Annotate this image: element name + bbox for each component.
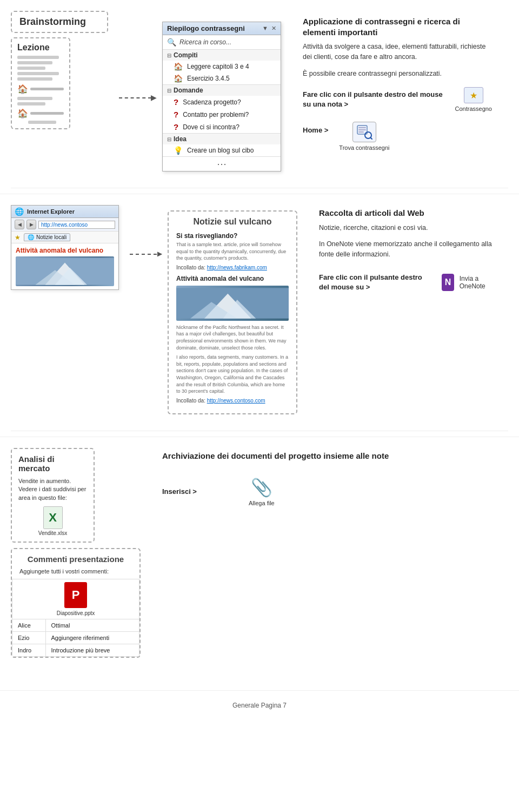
browser-headline: Attività anomala del vulcano [16, 247, 114, 254]
article-subtitle1: Si sta risvegliando? [176, 232, 289, 240]
table-cell-comment: Ottimal [45, 619, 139, 631]
tag-section-compiti: ⊟ Compiti 🏠 Leggere capitoli 3 e 4 🏠 Ese… [163, 50, 281, 85]
table-row-pptx: P Diapositive.pptx [12, 579, 139, 619]
browser-mock: 🌐 Internet Explorer ◀ ▶ http://news.cont… [11, 205, 119, 290]
question-icon: ? [174, 122, 178, 131]
bulb-icon: 💡 [174, 146, 183, 155]
section3-action-row: Inserisci > 📎 Allega file [162, 477, 492, 506]
market-title: Analisi di mercato [18, 454, 87, 473]
table-row: Indro Introduzione più breve [12, 644, 139, 656]
article-source-prefix: Incollato da: [176, 265, 207, 270]
article-text2: Nickname of the Pacific Northwest has a … [176, 324, 289, 351]
table-cell-comment: Aggiungere riferimenti [45, 631, 139, 644]
footer-text: Generale Pagina 7 [232, 702, 287, 709]
brainstorm-title: Brainstorming [11, 11, 108, 33]
tag-search-text: Ricerca in corso... [179, 38, 231, 46]
browser-toolbar[interactable]: ◀ ▶ http://news.contoso [11, 218, 118, 232]
attach-icon-box: 📎 Allega file [249, 477, 275, 506]
excel-icon: X [43, 506, 63, 529]
tag-item-label: Contatto per problemi? [183, 111, 249, 118]
question-icon: ? [174, 97, 178, 107]
section1-left-panels: Brainstorming Lezione 🏠 🏠 [11, 11, 108, 129]
table-row: Ezio Aggiungere riferimenti [12, 631, 139, 644]
tag-section-header-domande[interactable]: ⊟ Domande [163, 85, 281, 96]
market-panel: Analisi di mercato Vendite in aumento. V… [11, 448, 95, 543]
article-panel: Notizie sul vulcano Si sta risvegliando?… [168, 210, 297, 414]
tag-panel-close[interactable]: ✕ [271, 25, 276, 32]
article-source-link2[interactable]: http://news.contoso.com [207, 398, 265, 404]
tag-section-name-idea: Idea [174, 135, 187, 143]
section-toggle-icon[interactable]: ⊟ [167, 88, 171, 94]
section1-info-text1: Attività da svolgere a casa, idee, eleme… [303, 42, 492, 62]
tag-item: 💡 Creare un blog sul cibo [163, 144, 281, 156]
tag-panel-controls[interactable]: ▼ ✕ [262, 25, 276, 32]
tag-item: ? Dove ci si incontra? [163, 121, 281, 133]
article-source2: Incollato da: http://news.contoso.com [176, 398, 289, 404]
pptx-icon-container: P Diapositive.pptx [18, 582, 134, 616]
tag-section-header-idea[interactable]: ⊟ Idea [163, 134, 281, 144]
section2-info-title: Raccolta di articoli dal Web [319, 208, 492, 219]
tag-section-name-compiti: Compiti [174, 51, 198, 59]
svg-rect-1 [358, 127, 366, 128]
tag-item-label: Scadenza progetto? [183, 98, 241, 106]
comments-subtitle: Aggiungete tutti i vostri commenti: [12, 568, 139, 579]
browser-back-btn[interactable]: ◀ [15, 220, 24, 229]
tag-panel-title: Riepilogo contrassegni [167, 24, 245, 32]
onenote-label: Invia a OneNote [460, 275, 492, 290]
section1-action-row: Fare clic con il pulsante destro del mou… [303, 87, 492, 112]
pptx-cell: P Diapositive.pptx [12, 579, 139, 619]
tag-panel: Riepilogo contrassegni ▼ ✕ 🔍 Ricerca in … [162, 22, 281, 171]
tag-section-header-compiti[interactable]: ⊟ Compiti [163, 50, 281, 61]
table-cell-name: Ezio [12, 631, 46, 644]
tag-item-label: Creare un blog sul cibo [187, 147, 254, 154]
house-icon: 🏠 [17, 84, 28, 94]
tag-item-label: Dove ci si incontra? [183, 123, 239, 131]
article-subtitle2: Attività anomala del vulcano [176, 275, 289, 282]
section-toggle-icon[interactable]: ⊟ [167, 52, 171, 58]
browser-tab[interactable]: 🌐 Notizie locali [24, 233, 70, 241]
section3-info-title: Archiviazione dei documenti del progetto… [162, 451, 492, 461]
lesson-line [17, 102, 45, 105]
lesson-line [17, 67, 45, 70]
tag-section-name-domande: Domande [174, 87, 203, 94]
pptx-icon: P [64, 582, 87, 608]
section-toggle-icon[interactable]: ⊟ [167, 136, 171, 142]
browser-address-bar[interactable]: http://news.contoso [38, 221, 115, 229]
contrassegno-icon [464, 87, 483, 103]
article-source-link1[interactable]: http://news.fabrikam.com [207, 265, 267, 270]
lesson-icon-row: 🏠 [17, 84, 64, 94]
tag-section-domande: ⊟ Domande ? Scadenza progetto? ? Contatt… [163, 85, 281, 134]
trova-contrassegni-icon[interactable] [352, 122, 376, 142]
section3-panels: Analisi di mercato Vendite in aumento. V… [11, 448, 141, 658]
article-source-prefix2: Incollato da: [176, 398, 207, 404]
section1-info: Applicazione di contrassegni e ricerca d… [292, 11, 503, 156]
excel-filename: Vendite.xlsx [38, 530, 67, 536]
onenote-icon: N [442, 274, 454, 291]
section1-info-title: Applicazione di contrassegni e ricerca d… [303, 16, 492, 37]
question-icon: ? [174, 110, 178, 119]
lesson-line [17, 61, 52, 64]
tag-item: 🏠 Leggere capitoli 3 e 4 [163, 61, 281, 72]
tag-section-idea: ⊟ Idea 💡 Creare un blog sul cibo [163, 134, 281, 157]
home-label: Home > [303, 126, 328, 134]
section2: 🌐 Internet Explorer ◀ ▶ http://news.cont… [0, 194, 519, 431]
table-cell-comment: Introduzione più breve [45, 644, 139, 656]
section3-action-label: Inserisci > [162, 487, 238, 497]
section2-left: 🌐 Internet Explorer ◀ ▶ http://news.cont… [11, 205, 119, 290]
tag-panel-minimize[interactable]: ▼ [262, 25, 268, 32]
arrow-right-1 [119, 54, 151, 98]
house-icon: 🏠 [17, 108, 28, 118]
article-title: Notizie sul vulcano [176, 217, 289, 227]
table-row: Alice Ottimal [12, 619, 139, 631]
section2-info-text1: Notizie, ricerche, citazioni e così via. [319, 223, 492, 233]
article-source1: Incollato da: http://news.fabrikam.com [176, 265, 289, 270]
browser-fwd-btn[interactable]: ▶ [26, 220, 36, 229]
article-mountain-img [176, 286, 289, 321]
section1-action-label: Fare clic con il pulsante destro del mou… [303, 90, 444, 109]
tag-search-row: 🔍 Ricerca in corso... [163, 35, 281, 50]
tag-panel-header: Riepilogo contrassegni ▼ ✕ [163, 22, 281, 35]
lesson-line [28, 121, 56, 124]
footer: Generale Pagina 7 [0, 690, 519, 720]
trova-icon-box: Trova contrassegni [339, 122, 389, 151]
lesson-title: Lezione [17, 43, 64, 52]
